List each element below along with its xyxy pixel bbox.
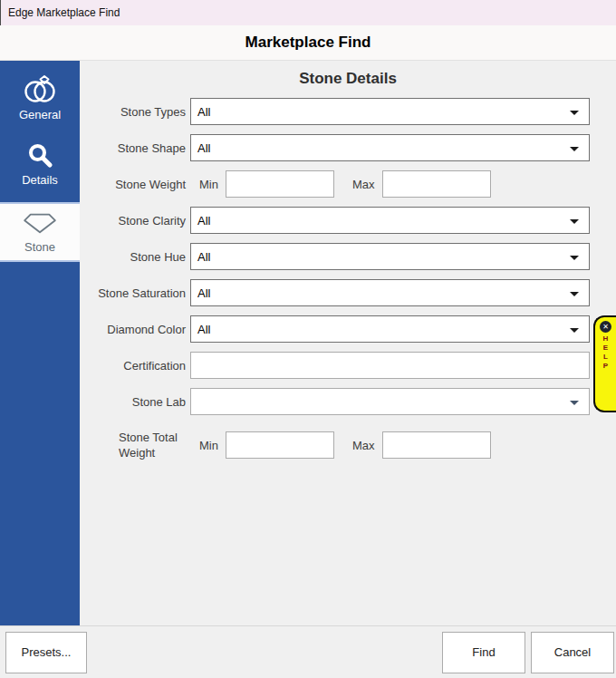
sidebar-item-label: Stone: [24, 240, 55, 254]
rings-icon: [21, 74, 59, 103]
chevron-down-icon: [570, 292, 579, 296]
stone-lab-combobox[interactable]: [190, 388, 590, 415]
chevron-down-icon: [570, 256, 579, 260]
combobox-value: All: [197, 105, 210, 119]
form-row-stone-shape: Stone Shape All: [80, 134, 616, 161]
help-letter: L: [603, 353, 608, 362]
combobox-value: All: [197, 214, 210, 228]
page-title: Marketplace Find: [245, 34, 371, 52]
field-label: Stone Hue: [80, 250, 186, 264]
field-label: Stone Clarity: [80, 214, 186, 228]
stone-hue-combobox[interactable]: All: [190, 243, 590, 270]
marketplace-find-window: Edge Marketplace Find Marketplace Find G…: [0, 0, 616, 678]
form-row-stone-saturation: Stone Saturation All: [80, 279, 616, 306]
help-tab[interactable]: ✕ H E L P: [593, 315, 616, 412]
stone-details-panel: Stone Details Stone Types All Stone Shap…: [80, 61, 616, 625]
sidebar: General Details Stone: [0, 61, 80, 625]
stone-saturation-combobox[interactable]: All: [190, 279, 590, 306]
field-label: Stone Lab: [80, 395, 186, 409]
max-label: Max: [352, 439, 375, 452]
stone-total-weight-max-input[interactable]: [382, 431, 491, 459]
section-title: Stone Details: [80, 69, 616, 88]
presets-button[interactable]: Presets...: [5, 632, 87, 673]
form-row-certification: Certification: [80, 352, 616, 379]
chevron-down-icon: [570, 401, 579, 405]
field-label: Stone Shape: [80, 141, 186, 155]
sidebar-item-stone[interactable]: Stone: [0, 202, 80, 262]
sidebar-item-label: General: [19, 108, 61, 121]
find-button[interactable]: Find: [442, 632, 525, 673]
field-label: Stone Weight: [80, 178, 186, 191]
chevron-down-icon: [570, 147, 579, 151]
dialog-footer: Presets... Find Cancel: [0, 625, 616, 678]
stone-weight-range: Min Max: [190, 170, 590, 198]
field-label: Certification: [80, 359, 186, 373]
stone-shape-combobox[interactable]: All: [190, 134, 590, 161]
stone-weight-min-input[interactable]: [226, 170, 334, 198]
certification-input[interactable]: [190, 352, 590, 379]
form-row-stone-clarity: Stone Clarity All: [80, 207, 616, 234]
title-bar: Edge Marketplace Find: [0, 0, 616, 25]
help-letter: E: [603, 344, 608, 353]
form-row-stone-weight: Stone Weight Min Max: [80, 170, 616, 198]
field-label: Stone Saturation: [80, 286, 186, 300]
combobox-value: All: [197, 286, 210, 300]
stone-weight-max-input[interactable]: [382, 170, 491, 198]
field-label: Diamond Color: [80, 323, 186, 336]
diamond-icon: [21, 210, 59, 236]
combobox-value: All: [197, 323, 210, 336]
field-label: Stone Types: [80, 105, 186, 119]
help-letter: P: [603, 362, 608, 371]
stone-clarity-combobox[interactable]: All: [190, 207, 590, 234]
max-label: Max: [352, 178, 375, 191]
chevron-down-icon: [570, 328, 579, 333]
diamond-color-combobox[interactable]: All: [190, 315, 590, 343]
form-row-stone-total-weight: Stone Total Weight Min Max: [80, 424, 616, 466]
form-row-stone-lab: Stone Lab: [80, 388, 616, 415]
combobox-value: All: [197, 141, 210, 155]
stone-total-weight-range: Min Max: [190, 431, 590, 459]
form-row-stone-types: Stone Types All: [80, 98, 616, 125]
cancel-button[interactable]: Cancel: [531, 632, 614, 673]
dialog-body: General Details Stone: [0, 61, 616, 625]
combobox-value: All: [197, 250, 210, 264]
sidebar-item-label: Details: [22, 173, 58, 187]
dialog-header: Marketplace Find: [0, 25, 616, 61]
sidebar-item-general[interactable]: General: [0, 68, 80, 128]
min-label: Min: [199, 439, 218, 452]
chevron-down-icon: [570, 111, 579, 115]
stone-types-combobox[interactable]: All: [190, 98, 590, 125]
min-label: Min: [199, 178, 218, 191]
help-close-icon[interactable]: ✕: [600, 321, 611, 333]
chevron-down-icon: [570, 219, 579, 224]
window-title: Edge Marketplace Find: [8, 6, 120, 19]
stone-total-weight-min-input[interactable]: [226, 431, 334, 459]
form-row-diamond-color: Diamond Color All: [80, 315, 616, 343]
form-row-stone-hue: Stone Hue All: [80, 243, 616, 270]
search-icon: [26, 141, 53, 169]
help-letter: H: [603, 334, 609, 344]
sidebar-item-details[interactable]: Details: [0, 134, 80, 194]
field-label: Stone Total Weight: [80, 430, 186, 460]
